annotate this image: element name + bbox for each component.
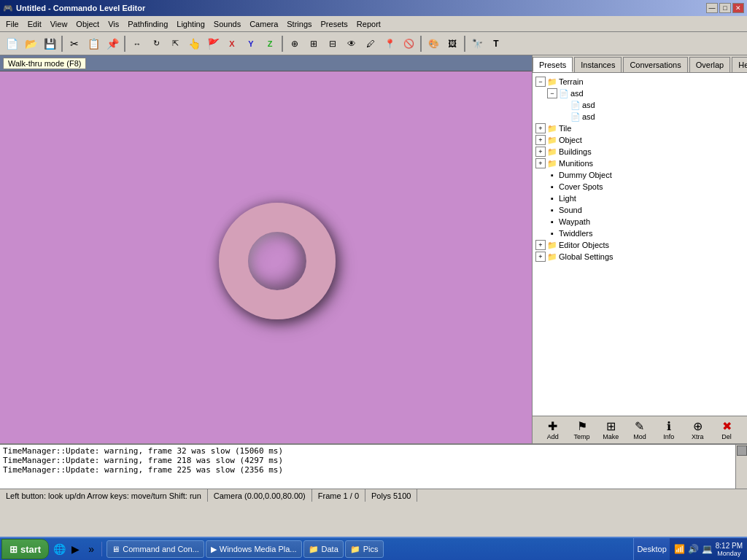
tree-item[interactable]: ▪Cover Spots (533, 181, 747, 192)
menu-object[interactable]: Object (71, 18, 104, 30)
menu-pathfinding[interactable]: Pathfinding (123, 18, 172, 30)
tree-item[interactable]: ▪Light (533, 192, 747, 204)
status-frame: Frame 1 / 0 (312, 489, 365, 502)
tb-paint[interactable]: 🖊 (362, 35, 379, 52)
panel-tb-temp[interactable]: ⚑Temp (569, 419, 595, 440)
viewport[interactable]: Walk-thru mode (F8) (0, 55, 532, 443)
tree-item-label: Buildings (559, 147, 592, 156)
tb-place[interactable]: ⊕ (286, 35, 303, 52)
tb-paste[interactable]: 📌 (104, 35, 121, 52)
tree-item[interactable]: +📁Editor Objects (533, 239, 747, 251)
tree-item-label: Object (559, 136, 582, 144)
tb-axis-y[interactable]: Y (242, 35, 260, 52)
panel-tb-del[interactable]: ✖Del (713, 419, 740, 440)
tree-item[interactable]: ▪Waypath (533, 216, 747, 228)
tree-item[interactable]: +📁Global Settings (533, 251, 747, 262)
tree-item[interactable]: ▪Sound (533, 204, 747, 216)
start-button[interactable]: ⊞ start (1, 539, 49, 559)
tree-item[interactable]: 📄asd (533, 99, 747, 111)
close-button[interactable]: ✕ (732, 3, 744, 13)
tree-item[interactable]: ▪Dummy Object (533, 169, 747, 181)
taskbar-app[interactable]: 📁Data (303, 540, 344, 558)
tree-expand-btn[interactable]: + (535, 147, 546, 157)
desktop-label[interactable]: Desktop (637, 545, 666, 553)
log-line: TimeManager::Update: warning, frame 32 w… (3, 446, 729, 456)
tree-expand-btn[interactable]: + (535, 123, 546, 133)
ql-arrow[interactable]: » (84, 542, 98, 556)
ql-ie[interactable]: 🌐 (52, 542, 66, 556)
panel-tb-icon: ✚ (548, 419, 557, 433)
tree-item[interactable]: +📁Munitions (533, 158, 747, 169)
tb-text[interactable]: T (487, 35, 505, 52)
panel-tb-info[interactable]: ℹInfo (656, 419, 682, 440)
log-scrollbar[interactable] (735, 445, 747, 489)
menu-strings[interactable]: Strings (282, 18, 316, 30)
tree-item[interactable]: +📁Object (533, 134, 747, 146)
tb-stop[interactable]: 🚫 (400, 35, 417, 52)
taskbar-app[interactable]: 🖥Command and Con... (107, 540, 204, 558)
panel-tab-instances[interactable]: Instances (574, 57, 622, 72)
ql-media[interactable]: ▶ (68, 542, 82, 556)
menu-lighting[interactable]: Lighting (172, 18, 209, 30)
menu-view[interactable]: View (46, 18, 72, 30)
panel-tab-overlap[interactable]: Overlap (689, 57, 731, 72)
menu-sounds[interactable]: Sounds (209, 18, 245, 30)
tb-view[interactable]: 👁 (343, 35, 360, 52)
tree-expand-btn[interactable]: + (535, 240, 546, 250)
tb-terrain[interactable]: ⊞ (305, 35, 322, 52)
status-camera: Camera (0.00,0.00,80.00) (208, 489, 312, 502)
menu-camera[interactable]: Camera (245, 18, 282, 30)
menu-vis[interactable]: Vis (104, 18, 123, 30)
tree-item-label: Munitions (559, 159, 593, 168)
menu-file[interactable]: File (1, 18, 23, 30)
tree-expand-btn[interactable]: + (535, 252, 546, 262)
tree-expand-btn[interactable]: + (535, 135, 546, 145)
tb-save[interactable]: 💾 (41, 35, 58, 52)
tree-item[interactable]: −📄asd (533, 88, 747, 99)
taskbar-app[interactable]: ▶Windows Media Pla... (206, 540, 302, 558)
panel-tab-conversations[interactable]: Conversations (623, 57, 687, 72)
tree-item[interactable]: −📁Terrain (533, 76, 747, 88)
tree-item[interactable]: 📄asd (533, 111, 747, 122)
tb-grid[interactable]: ⊟ (324, 35, 341, 52)
minimize-button[interactable]: — (706, 3, 718, 13)
tb-select[interactable]: 👆 (185, 35, 203, 52)
taskbar-app[interactable]: 📁Pics (345, 540, 384, 558)
tb-move[interactable]: ↔ (128, 35, 146, 52)
tb-axis-x[interactable]: X (223, 35, 241, 52)
tree-expand-btn[interactable]: − (547, 88, 557, 98)
tb-new[interactable]: 📄 (3, 35, 20, 52)
tree-item[interactable]: +📁Buildings (533, 146, 747, 158)
panel-tb-xtra[interactable]: ⊕Xtra (684, 419, 711, 440)
panel-tab-presets[interactable]: Presets (533, 57, 573, 72)
menu-edit[interactable]: Edit (23, 18, 46, 30)
maximize-button[interactable]: □ (719, 3, 731, 13)
viewport-canvas[interactable] (0, 71, 532, 443)
panel-tb-add[interactable]: ✚Add (540, 419, 566, 440)
tb-open[interactable]: 📂 (22, 35, 39, 52)
tb-axis-z[interactable]: Z (261, 35, 279, 52)
tb-color2[interactable]: 🖼 (444, 35, 461, 52)
windows-logo: ⊞ (9, 544, 18, 555)
tb-copy[interactable]: 📋 (85, 35, 102, 52)
menu-presets[interactable]: Presets (317, 18, 352, 30)
tree-item[interactable]: +📁Tile (533, 122, 747, 134)
panel-tb-label: Temp (574, 433, 590, 440)
folder-icon: 📁 (547, 135, 557, 145)
tree-expand-btn[interactable]: − (535, 77, 546, 87)
tb-render[interactable]: 🔭 (468, 35, 486, 52)
panel-tb-mod[interactable]: ✎Mod (627, 419, 653, 440)
menu-report[interactable]: Report (352, 18, 385, 30)
tree-item-label: Sound (559, 206, 582, 214)
tree-expand-btn[interactable]: + (535, 158, 546, 168)
tb-rotate[interactable]: ↻ (147, 35, 165, 52)
tb-path[interactable]: 📍 (381, 35, 398, 52)
taskbar-apps-top: 🖥Command and Con...▶Windows Media Pla...… (107, 540, 633, 558)
tb-color1[interactable]: 🎨 (425, 35, 442, 52)
tree-item[interactable]: ▪Twiddlers (533, 228, 747, 239)
panel-tb-make[interactable]: ⊞Make (597, 419, 624, 440)
panel-tab-heightfield[interactable]: Heightfield (732, 57, 747, 72)
tb-flag[interactable]: 🚩 (204, 35, 222, 52)
tb-scale[interactable]: ⇱ (166, 35, 184, 52)
tb-cut[interactable]: ✂ (66, 35, 83, 52)
